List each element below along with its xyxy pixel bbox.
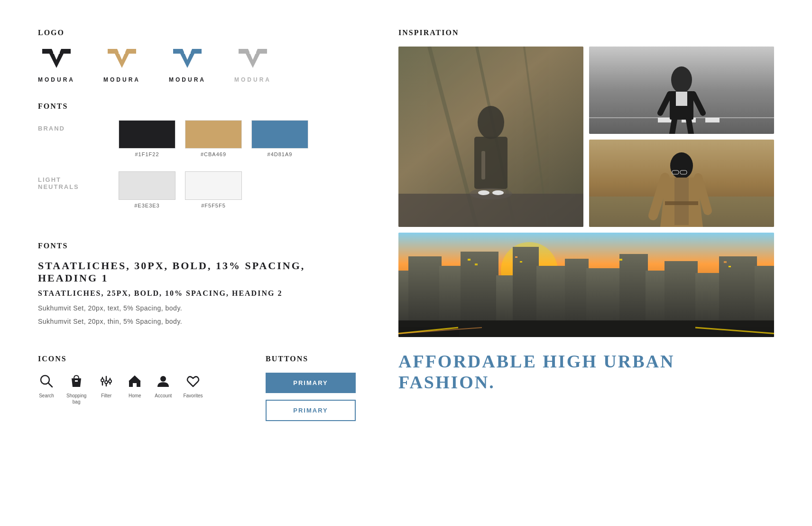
brand-label: BRAND [38,120,104,132]
filter-icon-label: Filter [101,393,111,399]
svg-rect-77 [475,263,478,265]
primary-filled-button[interactable]: PRIMARY [266,373,356,393]
svg-rect-76 [468,259,471,261]
svg-rect-1 [53,51,60,54]
svg-rect-78 [515,256,517,258]
left-panel: LOGO MODURA MODURA [38,28,360,498]
swatch-box-light-gray [119,171,175,200]
swatch-label-gold: #CBA469 [201,151,226,157]
swatch-gold: #CBA469 [185,120,242,157]
colors-section-label: FONTS [38,102,360,111]
account-icon [155,373,172,390]
svg-rect-36 [705,118,720,122]
swatch-label-black: #1F1F22 [135,151,159,157]
swatch-black: #1F1F22 [119,120,175,157]
fonts-label: FONTS [38,242,360,250]
buttons-label: BUTTONS [266,355,360,363]
svg-point-15 [105,381,108,384]
favorites-icon [185,373,202,390]
inspiration-photo-woman-coat [589,140,774,227]
svg-rect-27 [474,137,508,189]
logo-icon-gray [236,47,269,73]
swatch-box-gold [185,120,242,149]
svg-marker-18 [129,376,141,381]
svg-rect-3 [119,51,125,54]
svg-rect-7 [249,51,256,54]
icon-filter: Filter [98,373,115,399]
logo-gold-text: MODURA [103,76,140,83]
tagline-text: AFFORDABLE HIGH URBANFASHION. [398,351,774,393]
logo-gray: MODURA [234,47,271,83]
logo-blue: MODURA [169,47,206,83]
neutral-color-row: LIGHT NEUTRALS #E3E3E3 #F5F5F5 [38,171,360,208]
tagline-section: AFFORDABLE HIGH URBANFASHION. [398,351,774,393]
inspiration-photo-woman-urban [398,47,583,227]
icons-label: ICONS [38,355,237,363]
typo-heading2: Staatliches, 25px, Bold, 10% Spacing, He… [38,289,360,298]
inspiration-photo-city-skyline [398,233,774,337]
icon-shopping-bag: Shoppingbag [66,373,86,405]
icon-home: Home [126,373,143,399]
svg-rect-82 [729,266,731,267]
logo-gray-text: MODURA [234,76,271,83]
logo-icon-black [40,47,73,73]
shopping-bag-icon-label: Shoppingbag [66,393,86,405]
typo-heading1: Staatliches, 30px, Bold, 13% Spacing, He… [38,260,360,284]
neutral-swatches: #E3E3E3 #F5F5F5 [119,171,242,208]
primary-outline-button[interactable]: PRIMARY [266,400,356,421]
icons-section: ICONS Search [38,355,237,421]
colors-section: FONTS BRAND #1F1F22 #CBA469 #4D81A9 [38,102,360,223]
logo-icon-gold [105,47,138,73]
filter-icon [98,373,115,390]
account-icon-label: Account [155,393,172,399]
svg-rect-47 [672,170,679,174]
home-icon-label: Home [129,393,141,399]
icon-account: Account [155,373,172,399]
light-neutrals-label: LIGHT NEUTRALS [38,171,104,190]
svg-point-30 [492,190,504,195]
typo-body2: Sukhumvit Set, 20px, thin, 5% Spacing, b… [38,318,360,325]
svg-rect-5 [184,51,191,54]
svg-point-16 [109,380,111,383]
inspiration-photo-man-street [589,47,774,134]
svg-point-28 [470,188,512,199]
inspiration-label: INSPIRATION [398,28,774,37]
logo-icon-blue [171,47,204,73]
swatch-box-white-gray [185,171,242,200]
logo-row: MODURA MODURA MODURA [38,47,360,83]
svg-rect-43 [676,92,687,106]
swatch-box-blue [251,120,308,149]
swatch-label-light-gray: #E3E3E3 [134,203,159,208]
svg-rect-50 [665,201,698,205]
typo-body1: Sukhumvit Set, 20px, text, 5% Spacing, b… [38,304,360,312]
svg-line-42 [689,120,691,134]
svg-line-41 [672,120,674,134]
home-icon [126,373,143,390]
svg-rect-81 [724,261,727,263]
shopping-bag-icon [68,373,85,390]
svg-point-37 [671,66,692,93]
swatch-light-gray: #E3E3E3 [119,171,175,208]
swatch-label-white-gray: #F5F5F5 [201,203,226,208]
swatch-label-blue: #4D81A9 [268,151,293,157]
svg-point-26 [478,106,504,139]
svg-point-14 [101,379,104,382]
icon-search: Search [38,373,55,399]
right-panel: INSPIRATION [398,28,774,498]
svg-rect-19 [133,383,136,387]
logo-section: LOGO MODURA MODURA [38,28,360,83]
svg-rect-31 [481,151,485,179]
brand-swatches: #1F1F22 #CBA469 #4D81A9 [119,120,308,157]
inspiration-grid [398,47,774,337]
svg-point-46 [670,152,693,179]
typography-section: FONTS Staatliches, 30px, Bold, 13% Spaci… [38,242,360,331]
logo-black: MODURA [38,47,75,83]
icon-favorites: Favorites [183,373,203,399]
swatch-box-black [119,120,175,149]
svg-rect-48 [680,170,687,174]
svg-rect-79 [520,261,522,263]
logo-blue-text: MODURA [169,76,206,83]
logo-gold: MODURA [103,47,140,83]
swatch-blue: #4D81A9 [251,120,308,157]
icons-buttons-row: ICONS Search [38,355,360,421]
